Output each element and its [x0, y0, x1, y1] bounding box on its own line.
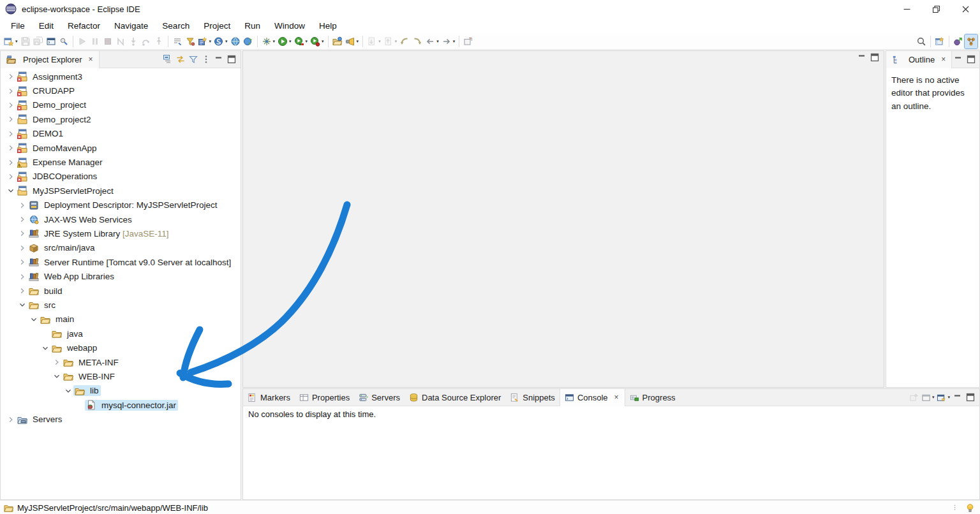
new-wizard-icon[interactable]: ▾	[3, 34, 19, 48]
new-servlet-icon[interactable]: ▾	[197, 34, 213, 48]
next-edit-location-icon[interactable]	[411, 34, 424, 48]
profile-icon[interactable]: ▾	[309, 34, 325, 48]
next-annotation-icon[interactable]: ▾	[366, 34, 382, 48]
dropdown-arrow-icon[interactable]: ▾	[273, 39, 276, 44]
open-console-icon[interactable]: ▾	[935, 392, 951, 404]
forward-history-icon[interactable]: ▾	[440, 34, 457, 48]
menu-run[interactable]: Run	[237, 20, 267, 32]
dropdown-arrow-icon[interactable]: ▾	[947, 395, 950, 400]
tree-row[interactable]: main	[1, 312, 241, 327]
show-whitespace-icon[interactable]	[171, 34, 184, 48]
dropdown-arrow-icon[interactable]: ▾	[436, 39, 439, 44]
step-into-icon[interactable]	[127, 34, 140, 48]
open-task-icon[interactable]	[184, 34, 197, 48]
dropdown-arrow-icon[interactable]: ▾	[289, 39, 292, 44]
minimize-view-icon[interactable]	[952, 53, 965, 66]
tree-row[interactable]: Demo_project	[1, 98, 241, 112]
collapse-all-icon[interactable]	[161, 53, 174, 66]
tree-row[interactable]: CRUDAPP	[1, 84, 241, 98]
chevron-collapsed-icon[interactable]	[17, 272, 27, 282]
tree-row[interactable]: META-INF	[1, 355, 241, 369]
chevron-collapsed-icon[interactable]	[6, 158, 16, 168]
dropdown-arrow-icon[interactable]: ▾	[306, 39, 308, 44]
terminate-icon[interactable]	[101, 34, 114, 48]
pin-console-icon[interactable]	[908, 392, 920, 404]
minimize-view-icon[interactable]	[856, 51, 868, 64]
maximize-view-icon[interactable]	[868, 51, 881, 64]
tree-row[interactable]: JAX-WS Web Services	[1, 212, 241, 226]
chevron-expanded-icon[interactable]	[17, 300, 27, 310]
tree-row[interactable]: JRE System Library [JavaSE-11]	[1, 226, 241, 240]
tree-row[interactable]: Expense Manager	[1, 155, 241, 169]
open-console-view-icon[interactable]	[45, 34, 57, 48]
tree-row[interactable]: Demo_project2	[1, 112, 241, 126]
chevron-collapsed-icon[interactable]	[17, 228, 27, 239]
menu-edit[interactable]: Edit	[32, 20, 61, 32]
chevron-collapsed-icon[interactable]	[17, 214, 27, 224]
maximize-view-icon[interactable]	[225, 53, 238, 66]
chevron-collapsed-icon[interactable]	[6, 415, 16, 425]
dropdown-arrow-icon[interactable]: ▾	[395, 39, 397, 44]
maximize-view-icon[interactable]	[964, 391, 977, 404]
close-window-button[interactable]	[951, 0, 980, 18]
dropdown-arrow-icon[interactable]: ▾	[357, 39, 359, 44]
dropdown-arrow-icon[interactable]: ▾	[378, 39, 381, 44]
chevron-collapsed-icon[interactable]	[17, 286, 27, 296]
filter-icon[interactable]	[187, 53, 200, 66]
tree-row[interactable]: src/main/java	[1, 241, 241, 255]
menu-refactor[interactable]: Refactor	[61, 20, 107, 32]
chevron-collapsed-icon[interactable]	[6, 71, 16, 82]
tree-row[interactable]: DEMO1	[1, 127, 241, 141]
web-perspective-icon[interactable]	[965, 34, 977, 48]
tab-project-explorer[interactable]: Project Explorer ×	[1, 51, 100, 68]
dropdown-arrow-icon[interactable]: ▾	[209, 39, 212, 44]
tree-row[interactable]: DemoMavenApp	[1, 141, 241, 155]
save-all-icon[interactable]	[32, 34, 45, 48]
close-icon[interactable]: ×	[613, 393, 620, 402]
minimize-view-icon[interactable]	[212, 53, 225, 66]
chevron-expanded-icon[interactable]	[6, 186, 16, 196]
resume-icon[interactable]	[76, 34, 89, 48]
dropdown-arrow-icon[interactable]: ▾	[322, 39, 324, 44]
dropdown-arrow-icon[interactable]: ▾	[932, 395, 935, 400]
chevron-collapsed-icon[interactable]	[6, 114, 16, 124]
suspend-icon[interactable]	[89, 34, 101, 48]
step-return-icon[interactable]	[152, 34, 165, 48]
maximize-view-icon[interactable]	[965, 53, 977, 66]
chevron-expanded-icon[interactable]	[29, 314, 39, 325]
tree-row[interactable]: Assignment3	[1, 70, 241, 84]
menu-file[interactable]: File	[4, 20, 32, 32]
back-history-icon[interactable]: ▾	[424, 34, 440, 48]
chevron-collapsed-icon[interactable]	[17, 243, 27, 253]
close-icon[interactable]: ×	[87, 55, 94, 64]
link-with-editor-icon[interactable]	[174, 53, 187, 66]
restore-window-button[interactable]	[921, 0, 951, 18]
new-server-icon[interactable]: ▾	[212, 34, 229, 48]
tab-properties[interactable]: Properties	[295, 389, 354, 406]
chevron-collapsed-icon[interactable]	[6, 143, 16, 153]
chevron-collapsed-icon[interactable]	[6, 86, 16, 96]
tree-row[interactable]: webapp	[1, 341, 241, 355]
tree-row[interactable]: Web App Libraries	[1, 269, 241, 283]
search-magnifier-icon[interactable]	[915, 34, 928, 48]
search-flashlight-icon[interactable]: ▾	[344, 34, 360, 48]
open-resource-icon[interactable]	[331, 34, 344, 48]
close-icon[interactable]: ×	[940, 55, 947, 64]
java-ee-perspective-icon[interactable]	[952, 34, 965, 48]
chevron-collapsed-icon[interactable]	[52, 357, 62, 367]
chevron-collapsed-icon[interactable]	[6, 129, 16, 139]
open-perspective-icon[interactable]	[933, 34, 946, 48]
tree-row[interactable]: lib	[1, 384, 241, 398]
run-icon[interactable]: ▾	[276, 34, 293, 48]
tree-row[interactable]: MyJSPServletProject	[1, 184, 241, 198]
minimize-view-icon[interactable]	[951, 391, 964, 404]
web-browser-icon[interactable]	[229, 34, 242, 48]
step-over-icon[interactable]	[140, 34, 152, 48]
disconnect-icon[interactable]	[114, 34, 127, 48]
chevron-expanded-icon[interactable]	[63, 386, 73, 396]
chevron-collapsed-icon[interactable]	[17, 200, 27, 210]
menu-window[interactable]: Window	[267, 20, 312, 32]
menu-help[interactable]: Help	[312, 20, 344, 32]
tab-data-source-explorer[interactable]: Data Source Explorer	[405, 389, 505, 406]
menu-navigate[interactable]: Navigate	[107, 20, 155, 32]
